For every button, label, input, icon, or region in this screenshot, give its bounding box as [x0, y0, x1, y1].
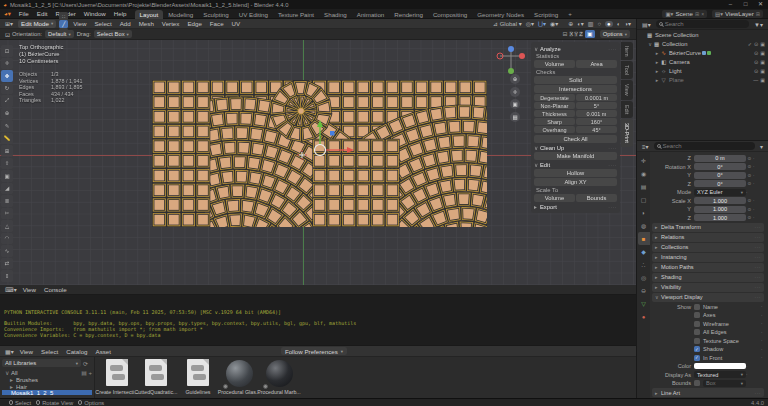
tool-inset-faces[interactable]: ▣ — [1, 170, 13, 182]
menu-help[interactable]: Help — [110, 10, 131, 17]
viewport-menu-edge[interactable]: Edge — [183, 20, 205, 27]
lock-icon[interactable]: ⊙ — [746, 156, 753, 161]
properties-filter-icon[interactable]: ▾ — [760, 143, 763, 150]
make-manifold-button[interactable]: Make Manifold — [534, 152, 617, 160]
asset-menu-select[interactable]: Select — [37, 348, 62, 355]
outliner-filter-icon[interactable]: ▼▾ — [754, 21, 763, 28]
section-visibility[interactable]: ▸Visibility··· — [652, 283, 764, 292]
animate-dot[interactable]: · — [746, 364, 751, 369]
mirror-z-button[interactable]: Z — [579, 31, 583, 37]
check-degenerate-value[interactable]: 0.0001 m — [576, 94, 617, 101]
checkbox-all-edges[interactable] — [694, 329, 700, 335]
scale-row-1-field[interactable]: 1.000 — [694, 206, 746, 213]
shading-material-icon[interactable]: ◐ — [617, 21, 621, 27]
area-button[interactable]: Area — [576, 60, 617, 68]
animate-dot[interactable]: · — [761, 304, 766, 309]
check-all-button[interactable]: Check All — [534, 135, 617, 143]
lock-icon[interactable]: ⊙ — [746, 173, 753, 178]
scale-row-0-field[interactable]: 1.000 — [694, 197, 746, 204]
properties-search-input[interactable]: Search — [654, 142, 755, 150]
workspace-tab-modeling[interactable]: Modeling — [163, 10, 198, 19]
tool-rotate[interactable]: ↻ — [1, 83, 13, 95]
check-thickness-button[interactable]: Thickness — [534, 110, 575, 117]
workspace-tab-uv-editing[interactable]: UV Editing — [234, 10, 273, 19]
outliner-row-camera[interactable]: ▸◧Camera⊙▣ — [637, 57, 768, 66]
lock-icon[interactable]: ⊙ — [746, 164, 753, 169]
properties-tab-physics[interactable]: ◎ — [638, 271, 650, 284]
eye-icon[interactable]: ⊙ — [754, 50, 758, 56]
analyze-section-header[interactable]: ∨Analyze···· — [534, 45, 617, 53]
viewport-menu-view[interactable]: View — [69, 20, 90, 27]
properties-tab-scene[interactable]: ◗ — [638, 206, 650, 219]
pivot-point-icon[interactable]: ◎▾ — [526, 20, 534, 27]
lock-icon[interactable]: ⊙ — [746, 207, 753, 212]
checkbox-shadow[interactable]: ✓ — [694, 346, 700, 352]
checkbox-wireframe[interactable] — [694, 321, 700, 327]
asset-menu-asset[interactable]: Asset — [92, 348, 115, 355]
workspace-tab-texture-paint[interactable]: Texture Paint — [273, 10, 319, 19]
tool-scale[interactable]: ⤢ — [1, 95, 13, 107]
tool-shrink-fatten[interactable]: ⇕ — [1, 270, 13, 282]
tool-cursor[interactable]: ✛ — [1, 58, 13, 70]
show-gizmo-icon[interactable]: ⊕ — [568, 20, 573, 27]
zoom-icon[interactable]: ⊕ — [510, 74, 520, 84]
transform-orientation-dropdown[interactable]: ⊿ Global ▾ — [493, 20, 522, 27]
object-color-swatch[interactable] — [694, 363, 746, 369]
viewport-menu-mesh[interactable]: Mesh — [135, 20, 158, 27]
viewport-menu-uv[interactable]: UV — [228, 20, 245, 27]
catalog-all[interactable]: ∨All▤ + — [2, 369, 92, 376]
drag-dropdown[interactable]: Select Box▾ — [94, 30, 132, 38]
workspace-tab-sculpting[interactable]: Sculpting — [198, 10, 233, 19]
scene-unlink-icon[interactable]: × — [701, 11, 704, 17]
tool-measure[interactable]: 📏 — [1, 133, 13, 145]
scale-bounds-button[interactable]: Bounds — [576, 194, 617, 202]
transform-row-0-field[interactable]: 0 m — [694, 155, 746, 162]
view-layer-selector[interactable]: ▤▾ ViewLayer ⊞ — [712, 10, 763, 18]
menu-edit[interactable]: Edit — [33, 10, 52, 17]
animate-dot[interactable]: · — [761, 347, 766, 352]
close-button[interactable]: ✕ — [753, 0, 768, 9]
workspace-tab-compositing[interactable]: Compositing — [428, 10, 472, 19]
properties-tab-render[interactable]: ◉ — [638, 167, 650, 180]
scale-row-2-field[interactable]: 1.000 — [694, 214, 746, 221]
pan-icon[interactable]: ✛ — [510, 87, 520, 97]
asset-item[interactable]: CuttedQuadratic... — [134, 358, 178, 386]
animate-dot[interactable]: · — [753, 156, 758, 161]
outliner-row-collection[interactable]: ∨▦Collection✓⊙▣ — [637, 39, 768, 48]
solid-check-button[interactable]: Solid — [534, 76, 617, 84]
check-degenerate-button[interactable]: Degenerate — [534, 94, 575, 101]
orientation-dropdown[interactable]: Default▾ — [45, 30, 74, 38]
hollow-button[interactable]: Hollow — [534, 169, 617, 177]
properties-tab-view-layer[interactable]: ▢ — [638, 193, 650, 206]
mode-dropdown[interactable]: Edit Mode▾ — [18, 20, 56, 28]
properties-tab-tool[interactable]: ✛ — [638, 154, 650, 167]
scene-new-icon[interactable]: ⊞ — [695, 11, 699, 17]
check-overhang-value[interactable]: 45° — [576, 126, 617, 133]
animate-dot[interactable]: · — [753, 198, 758, 203]
section-delta-transform[interactable]: ▸Delta Transform··· — [652, 223, 764, 232]
animate-dot[interactable]: · — [761, 330, 766, 335]
viewport-menu-add[interactable]: Add — [116, 20, 135, 27]
snap-base-icon[interactable]: ▣ — [585, 30, 595, 38]
eye-icon[interactable]: ⊙ — [754, 59, 758, 65]
rotation-mode-dropdown[interactable]: XYZ Euler▾ — [694, 189, 746, 196]
tool-spin[interactable]: ◠ — [1, 233, 13, 245]
section-shading[interactable]: ▸Shading··· — [652, 273, 764, 282]
camera-icon[interactable]: ▣ — [760, 77, 765, 83]
export-section-header[interactable]: ▸Export···· — [534, 203, 617, 211]
asset-item[interactable]: Procedural Glas... — [217, 358, 261, 387]
animate-dot[interactable]: · — [753, 173, 758, 178]
edit-section-header[interactable]: ∨Edit···· — [534, 161, 617, 169]
edge-select-icon[interactable]: ╱ — [59, 20, 68, 28]
bounds-dropdown[interactable]: Box▾ — [703, 380, 746, 387]
checkbox-in-front[interactable]: ✓ — [694, 355, 700, 361]
lock-icon[interactable]: ⊙ — [746, 181, 753, 186]
tool-smooth[interactable]: ∿ — [1, 245, 13, 257]
checkbox-name[interactable] — [694, 304, 700, 310]
mirror-x-button[interactable]: X — [569, 31, 573, 37]
tool-bevel[interactable]: ◢ — [1, 183, 13, 195]
cleanup-section-header[interactable]: ∨Clean Up···· — [534, 144, 617, 152]
properties-tab-constraints[interactable]: ⊖ — [638, 284, 650, 297]
transform-row-1-field[interactable]: 0° — [694, 163, 746, 170]
menu-window[interactable]: Window — [80, 10, 110, 17]
